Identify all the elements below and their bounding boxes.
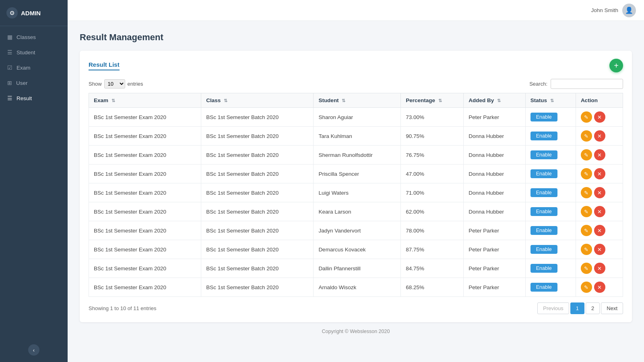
cell-student: Arnaldo Wisozk [314,278,401,297]
cell-status: Enable [525,183,576,202]
cell-added-by: Donna Hubber [464,183,526,202]
delete-button[interactable]: ✕ [594,225,605,236]
cell-class: BSc 1st Semester Batch 2020 [201,221,314,240]
page-2-button[interactable]: 2 [586,302,600,314]
cell-exam: BSc 1st Semester Exam 2020 [89,165,201,183]
cell-action: ✎ ✕ [576,127,623,146]
pagination: Previous 1 2 Next [537,302,623,314]
cell-student: Demarcus Kovacek [314,240,401,259]
cell-action: ✎ ✕ [576,278,623,297]
edit-button[interactable]: ✎ [581,263,592,274]
status-enable-button[interactable]: Enable [530,132,557,140]
status-enable-button[interactable]: Enable [530,169,557,178]
prev-button[interactable]: Previous [537,302,569,314]
col-percentage[interactable]: Percentage ⇅ [401,93,464,108]
cell-status: Enable [525,278,576,297]
cell-class: BSc 1st Semester Batch 2020 [201,146,314,165]
cell-exam: BSc 1st Semester Exam 2020 [89,278,201,297]
entries-select[interactable]: 10 25 50 100 [104,79,125,88]
cell-student: Sherman Runolfsdottir [314,146,401,165]
cell-action: ✎ ✕ [576,108,623,127]
action-buttons: ✎ ✕ [581,263,618,274]
edit-button[interactable]: ✎ [581,244,592,255]
col-class[interactable]: Class ⇅ [201,93,314,108]
cell-percentage: 62.00% [401,202,464,221]
delete-button[interactable]: ✕ [594,263,605,274]
edit-button[interactable]: ✎ [581,206,592,217]
add-result-button[interactable]: + [609,59,623,72]
table-row: BSc 1st Semester Exam 2020 BSc 1st Semes… [89,183,623,202]
delete-button[interactable]: ✕ [594,206,605,217]
cell-exam: BSc 1st Semester Exam 2020 [89,146,201,165]
cell-student: Keara Larson [314,202,401,221]
sidebar-item-label: User [16,80,28,86]
cell-action: ✎ ✕ [576,240,623,259]
edit-button[interactable]: ✎ [581,282,592,293]
sidebar-item-result[interactable]: ☰ Result [0,90,68,106]
delete-button[interactable]: ✕ [594,149,605,160]
cell-action: ✎ ✕ [576,146,623,165]
next-button[interactable]: Next [601,302,623,314]
delete-button[interactable]: ✕ [594,111,605,123]
col-added-by[interactable]: Added By ⇅ [464,93,526,108]
page-1-button[interactable]: 1 [570,302,584,314]
cell-added-by: Peter Parker [464,108,526,127]
cell-class: BSc 1st Semester Batch 2020 [201,165,314,183]
status-enable-button[interactable]: Enable [530,113,557,121]
main-content: John Smith 👤 Result Management Result Li… [68,0,644,362]
status-enable-button[interactable]: Enable [530,188,557,197]
sidebar-item-exam[interactable]: ☑ Exam [0,60,68,75]
cell-class: BSc 1st Semester Batch 2020 [201,240,314,259]
edit-button[interactable]: ✎ [581,225,592,236]
status-enable-button[interactable]: Enable [530,207,557,216]
username-label: John Smith [591,7,618,13]
sidebar-collapse-button[interactable]: ‹ [28,344,39,356]
edit-button[interactable]: ✎ [581,168,592,179]
edit-button[interactable]: ✎ [581,130,592,142]
show-label: Show [89,81,102,87]
sidebar-logo-text: ADMIN [21,10,41,16]
col-status[interactable]: Status ⇅ [525,93,576,108]
user-info: John Smith 👤 [591,4,636,17]
status-enable-button[interactable]: Enable [530,264,557,273]
cell-added-by: Peter Parker [464,240,526,259]
cell-percentage: 47.00% [401,165,464,183]
cell-percentage: 84.75% [401,259,464,278]
col-action: Action [576,93,623,108]
sidebar: ⊙ ADMIN ▦ Classes ☰ Student ☑ Exam ⊞ Use… [0,0,68,362]
delete-button[interactable]: ✕ [594,282,605,293]
sidebar-item-classes[interactable]: ▦ Classes [0,29,68,45]
sidebar-item-user[interactable]: ⊞ User [0,75,68,90]
col-student[interactable]: Student ⇅ [314,93,401,108]
card-title: Result List [89,61,120,70]
edit-button[interactable]: ✎ [581,111,592,123]
edit-button[interactable]: ✎ [581,187,592,198]
col-exam[interactable]: Exam ⇅ [89,93,201,108]
status-enable-button[interactable]: Enable [530,226,557,235]
action-buttons: ✎ ✕ [581,244,618,255]
delete-button[interactable]: ✕ [594,168,605,179]
sort-icon-percentage: ⇅ [438,98,442,103]
cell-status: Enable [525,108,576,127]
action-buttons: ✎ ✕ [581,130,618,142]
cell-percentage: 78.00% [401,221,464,240]
cell-class: BSc 1st Semester Batch 2020 [201,259,314,278]
delete-button[interactable]: ✕ [594,187,605,198]
status-enable-button[interactable]: Enable [530,283,557,292]
table-row: BSc 1st Semester Exam 2020 BSc 1st Semes… [89,278,623,297]
status-enable-button[interactable]: Enable [530,245,557,254]
cell-action: ✎ ✕ [576,202,623,221]
cell-exam: BSc 1st Semester Exam 2020 [89,202,201,221]
cell-student: Tara Kuhlman [314,127,401,146]
cell-action: ✎ ✕ [576,183,623,202]
delete-button[interactable]: ✕ [594,244,605,255]
status-enable-button[interactable]: Enable [530,150,557,159]
delete-button[interactable]: ✕ [594,130,605,142]
pagination-row: Showing 1 to 10 of 11 entries Previous 1… [89,302,623,314]
table-controls: Show 10 25 50 100 entries Search: [89,79,623,89]
table-row: BSc 1st Semester Exam 2020 BSc 1st Semes… [89,221,623,240]
sort-icon-exam: ⇅ [111,98,115,103]
sidebar-item-student[interactable]: ☰ Student [0,45,68,60]
search-input[interactable] [551,79,623,89]
edit-button[interactable]: ✎ [581,149,592,160]
